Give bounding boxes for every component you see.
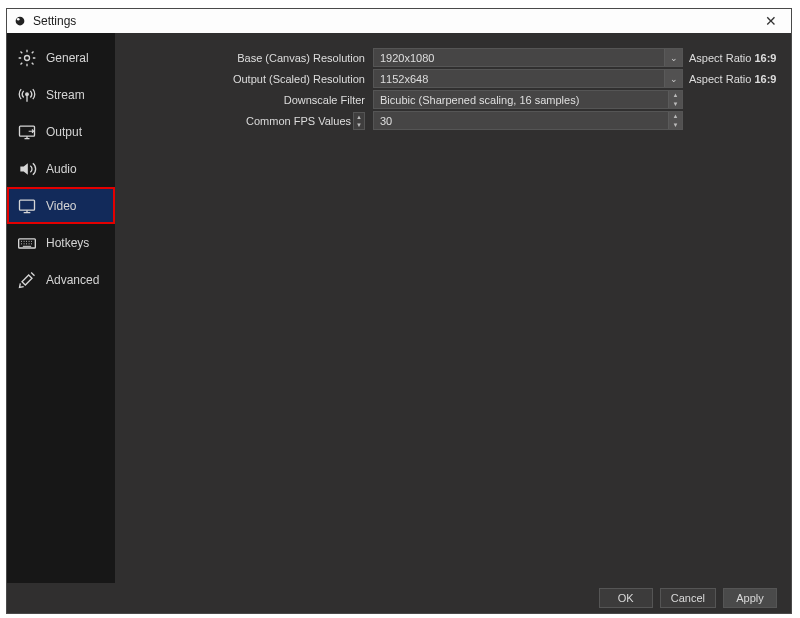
- output-resolution-label: Output (Scaled) Resolution: [115, 73, 373, 85]
- svg-point-2: [25, 55, 30, 60]
- sidebar-item-advanced[interactable]: Advanced: [7, 261, 115, 298]
- app-icon: [13, 14, 27, 28]
- sidebar-item-label: Audio: [46, 162, 77, 176]
- fps-value: 30: [380, 115, 392, 127]
- svg-rect-5: [20, 200, 35, 210]
- fps-value-dropdown[interactable]: 30 ▲▼: [373, 111, 683, 130]
- stepper-icon: ▲▼: [668, 91, 682, 108]
- chevron-down-icon: ⌄: [664, 49, 682, 66]
- settings-window: Settings ✕ General Stream Output Audio: [6, 8, 792, 614]
- tools-icon: [17, 270, 37, 290]
- sidebar-item-label: Stream: [46, 88, 85, 102]
- sidebar-item-label: Output: [46, 125, 82, 139]
- monitor-icon: [17, 196, 37, 216]
- base-resolution-value: 1920x1080: [380, 52, 434, 64]
- dialog-footer: OK Cancel Apply: [7, 583, 791, 613]
- fps-type-label: Common FPS Values ▲▼: [115, 112, 373, 130]
- sidebar-item-label: General: [46, 51, 89, 65]
- settings-panel-video: Base (Canvas) Resolution 1920x1080 ⌄ Asp…: [115, 33, 791, 583]
- downscale-filter-dropdown[interactable]: Bicubic (Sharpened scaling, 16 samples) …: [373, 90, 683, 109]
- monitor-arrow-icon: [17, 122, 37, 142]
- titlebar: Settings ✕: [7, 9, 791, 33]
- speaker-icon: [17, 159, 37, 179]
- sidebar-item-output[interactable]: Output: [7, 113, 115, 150]
- chevron-down-icon: ⌄: [664, 70, 682, 87]
- sidebar-item-audio[interactable]: Audio: [7, 150, 115, 187]
- output-resolution-aspect: Aspect Ratio 16:9: [683, 73, 775, 85]
- ok-button[interactable]: OK: [599, 588, 653, 608]
- sidebar: General Stream Output Audio Video Hotkey…: [7, 33, 115, 583]
- sidebar-item-label: Hotkeys: [46, 236, 89, 250]
- output-resolution-dropdown[interactable]: 1152x648 ⌄: [373, 69, 683, 88]
- sidebar-item-stream[interactable]: Stream: [7, 76, 115, 113]
- downscale-filter-label: Downscale Filter: [115, 94, 373, 106]
- base-resolution-aspect: Aspect Ratio 16:9: [683, 52, 775, 64]
- base-resolution-dropdown[interactable]: 1920x1080 ⌄: [373, 48, 683, 67]
- svg-point-0: [16, 17, 25, 26]
- base-resolution-label: Base (Canvas) Resolution: [115, 52, 373, 64]
- window-title: Settings: [33, 14, 751, 28]
- broadcast-icon: [17, 85, 37, 105]
- svg-point-1: [17, 18, 20, 21]
- cancel-button[interactable]: Cancel: [660, 588, 716, 608]
- stepper-icon: ▲▼: [668, 112, 682, 129]
- downscale-filter-value: Bicubic (Sharpened scaling, 16 samples): [380, 94, 579, 106]
- fps-type-stepper[interactable]: ▲▼: [353, 112, 365, 130]
- sidebar-item-hotkeys[interactable]: Hotkeys: [7, 224, 115, 261]
- sidebar-item-video[interactable]: Video: [7, 187, 115, 224]
- output-resolution-value: 1152x648: [380, 73, 428, 85]
- keyboard-icon: [17, 233, 37, 253]
- sidebar-item-label: Advanced: [46, 273, 99, 287]
- sidebar-item-label: Video: [46, 199, 76, 213]
- sidebar-item-general[interactable]: General: [7, 39, 115, 76]
- apply-button[interactable]: Apply: [723, 588, 777, 608]
- close-icon[interactable]: ✕: [751, 13, 791, 29]
- gear-icon: [17, 48, 37, 68]
